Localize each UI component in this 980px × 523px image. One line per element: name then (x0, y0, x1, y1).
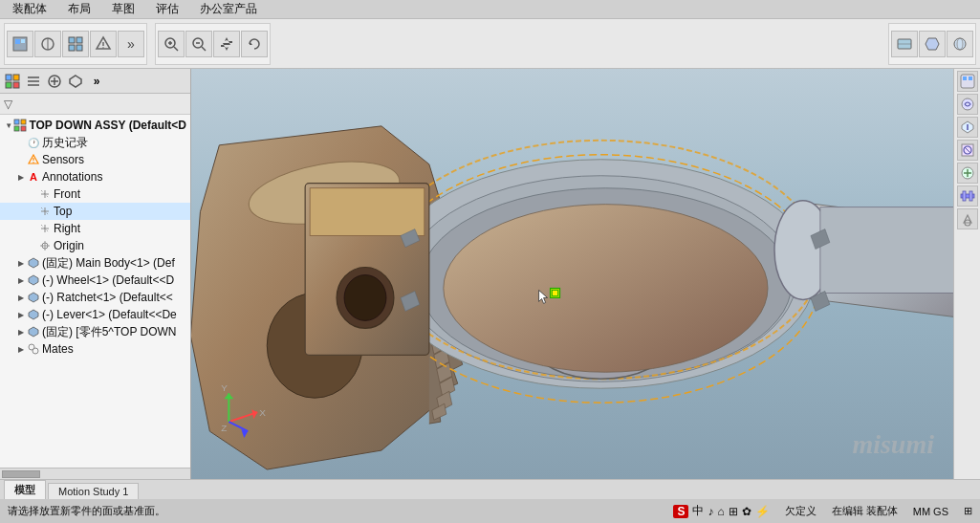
tree-item-right[interactable]: Right (0, 220, 190, 237)
tree-item-annotations[interactable]: ▶ A Annotations (0, 168, 190, 185)
pan-btn[interactable] (213, 31, 240, 57)
root-icon (13, 119, 27, 132)
svg-rect-118 (969, 191, 972, 201)
tree-tab-expand[interactable]: » (86, 71, 107, 92)
toolbar-btn-4[interactable] (90, 31, 117, 57)
toolbar-group-main: » (4, 23, 147, 65)
status-icons: S 中 ♪ ⌂ ⊞ ✿ ⚡ (673, 503, 769, 519)
svg-rect-40 (21, 126, 26, 131)
svg-point-62 (33, 348, 38, 354)
right-btn-2[interactable] (957, 94, 978, 115)
display-btn-1[interactable] (891, 31, 918, 57)
icon-part5 (27, 325, 40, 338)
toolbar-btn-1[interactable] (7, 31, 33, 57)
tree-item-front[interactable]: Front (0, 185, 190, 203)
status-grid-icon[interactable]: ⊞ (964, 505, 972, 517)
label-mainbody: (固定) Main Body<1> (Def (42, 255, 175, 272)
menu-item-assembly[interactable]: 装配体 (2, 0, 57, 20)
arrow-wheel: ▶ (15, 274, 27, 286)
tree-item-mainbody[interactable]: ▶ (固定) Main Body<1> (Def (0, 254, 190, 272)
tree-scrollbar[interactable] (0, 468, 190, 479)
right-btn-5[interactable] (957, 163, 978, 184)
right-btn-4[interactable] (957, 140, 978, 161)
filter-bar: ▽ (0, 94, 190, 115)
tree-root-item[interactable]: ▼ TOP DOWN ASSY (Default<D (0, 117, 190, 134)
display-btn-3[interactable] (947, 31, 973, 57)
root-arrow: ▼ (4, 120, 13, 131)
label-annotations: Annotations (42, 170, 102, 184)
status-message: 请选择放置新零件的面或基准面。 (8, 504, 165, 518)
right-btn-1[interactable] (957, 71, 978, 92)
svg-point-43 (33, 162, 34, 163)
arrow-mainbody: ▶ (15, 257, 27, 269)
bottom-tabs[interactable]: 模型 Motion Study 1 (0, 480, 980, 499)
display-btn-2[interactable] (919, 31, 946, 57)
svg-marker-36 (70, 76, 81, 87)
zoom-out-btn[interactable] (185, 31, 212, 57)
svg-marker-60 (29, 327, 38, 337)
tab-motion-study[interactable]: Motion Study 1 (48, 483, 139, 499)
svg-point-84 (344, 274, 386, 320)
svg-rect-117 (963, 191, 966, 201)
tab-model[interactable]: 模型 (4, 480, 46, 499)
menu-item-evaluate[interactable]: 评估 (145, 0, 189, 20)
status-underdef: 欠定义 (785, 504, 817, 518)
toolbar-btn-2[interactable] (34, 31, 61, 57)
status-icon-home[interactable]: ⌂ (717, 505, 724, 518)
svg-rect-27 (13, 75, 19, 80)
viewport[interactable]: Z Y X misumi (191, 69, 953, 479)
arrow-annotations: ▶ (15, 171, 27, 183)
tree-item-history[interactable]: 🕐 历史记录 (0, 134, 190, 151)
toolbar-group-display (888, 23, 976, 65)
tree-item-part5[interactable]: ▶ (固定) [零件5^TOP DOWN (0, 323, 190, 340)
icon-sensors (27, 153, 40, 166)
status-icon-zh[interactable]: 中 (692, 503, 704, 519)
toolbar-expand[interactable]: » (118, 31, 144, 57)
svg-rect-105 (963, 76, 967, 80)
icon-annotations: A (27, 170, 40, 184)
main-area: » ▽ ▼ TOP DOWN ASSY (Default<D 🕐 历史记录 (0, 69, 980, 479)
tree-tab-icon-4[interactable] (65, 71, 86, 92)
tree-item-ratchet[interactable]: ▶ (-) Ratchet<1> (Default<< (0, 289, 190, 306)
tree-item-top[interactable]: Top (0, 203, 190, 220)
arrow-mates: ▶ (15, 343, 27, 355)
svg-marker-57 (29, 275, 38, 285)
svg-marker-56 (29, 258, 38, 268)
status-icon-s[interactable]: S (673, 505, 688, 518)
label-mates: Mates (42, 342, 74, 356)
tree-tab-icon-2[interactable] (23, 71, 44, 92)
tree-item-mates[interactable]: ▶ Mates (0, 340, 190, 358)
status-icon-bolt[interactable]: ⚡ (755, 505, 770, 518)
svg-rect-29 (13, 82, 19, 88)
label-sensors: Sensors (42, 153, 84, 166)
icon-history: 🕐 (27, 136, 40, 149)
rotate-btn[interactable] (241, 31, 268, 57)
right-btn-7[interactable] (957, 208, 978, 229)
menu-item-sketch[interactable]: 草图 (101, 0, 145, 20)
tree-item-wheel[interactable]: ▶ (-) Wheel<1> (Default<<D (0, 272, 190, 289)
right-btn-3[interactable] (957, 117, 978, 138)
feature-tree[interactable]: ▼ TOP DOWN ASSY (Default<D 🕐 历史记录 Se (0, 115, 190, 468)
zoom-in-btn[interactable] (158, 31, 185, 57)
status-icon-grid[interactable]: ⊞ (729, 505, 738, 518)
arrow-history (15, 137, 27, 148)
svg-rect-1 (15, 39, 20, 44)
menu-item-layout[interactable]: 布局 (57, 0, 101, 20)
right-panel (953, 69, 980, 479)
svg-rect-5 (69, 37, 75, 43)
tree-tab-icon-3[interactable] (44, 71, 65, 92)
toolbar-btn-3[interactable] (62, 31, 89, 57)
status-icon-flower[interactable]: ✿ (742, 505, 751, 518)
arrow-origin (27, 240, 38, 251)
tree-tab-icon-1[interactable] (2, 71, 23, 92)
status-icon-music[interactable]: ♪ (708, 505, 713, 518)
tree-item-lever[interactable]: ▶ (-) Lever<1> (Default<<De (0, 306, 190, 323)
tree-item-origin[interactable]: Origin (0, 237, 190, 254)
label-wheel: (-) Wheel<1> (Default<<D (42, 273, 174, 287)
tree-scroll-thumb[interactable] (2, 470, 40, 478)
menu-item-office[interactable]: 办公室产品 (189, 0, 268, 20)
right-btn-6[interactable] (957, 185, 978, 207)
menu-bar[interactable]: 装配体 布局 草图 评估 办公室产品 _ □ ✕ (0, 0, 980, 19)
label-history: 历史记录 (42, 135, 88, 151)
tree-item-sensors[interactable]: Sensors (0, 151, 190, 168)
